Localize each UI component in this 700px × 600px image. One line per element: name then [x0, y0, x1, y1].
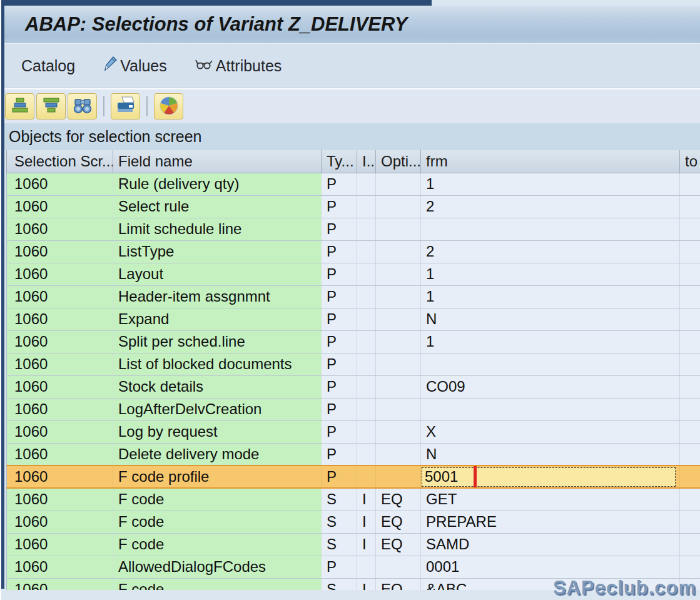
cell-frm[interactable]: N [421, 308, 680, 330]
table-row[interactable]: 1060 F code S I EQ GET [7, 488, 700, 511]
cell-type[interactable]: P [322, 375, 357, 398]
cell-option[interactable] [376, 398, 421, 420]
cell-i[interactable] [357, 465, 376, 488]
cell-to[interactable] [680, 556, 700, 578]
table-row[interactable]: 1060 Limit schedule line P [7, 218, 700, 240]
cell-type[interactable]: S [322, 533, 357, 556]
cell-type[interactable]: P [322, 353, 357, 375]
table-row[interactable]: 1060 F code S I EQ SAMD [7, 533, 700, 556]
col-header-type[interactable]: Ty... [322, 150, 357, 173]
print-button[interactable] [111, 93, 140, 119]
cell-to[interactable] [680, 240, 700, 263]
cell-i[interactable]: I [357, 488, 376, 511]
cell-option[interactable] [376, 375, 421, 398]
table-row[interactable]: 1060 Header-item assgnmnt P 1 [7, 285, 700, 308]
sort-descending-button[interactable] [36, 93, 66, 119]
cell-option[interactable] [376, 308, 421, 330]
cell-field-name[interactable]: F code [113, 533, 322, 556]
cell-frm[interactable]: 1 [421, 263, 680, 285]
cell-frm[interactable]: 1 [421, 330, 680, 353]
table-row[interactable]: 1060 Layout P 1 [7, 263, 700, 285]
table-row[interactable]: 1060 Rule (delivery qty) P 1 [7, 173, 700, 195]
cell-frm[interactable]: CO09 [421, 375, 680, 398]
cell-option[interactable] [376, 420, 421, 443]
cell-field-name[interactable]: F code [113, 488, 322, 511]
cell-field-name[interactable]: LogAfterDelvCreation [113, 398, 322, 420]
col-header-field-name[interactable]: Field name [113, 150, 322, 173]
cell-selection-screen[interactable]: 1060 [7, 420, 113, 443]
cell-option[interactable]: EQ [376, 578, 421, 590]
cell-i[interactable] [357, 218, 376, 240]
cell-option[interactable]: EQ [376, 533, 421, 556]
cell-i[interactable] [357, 330, 376, 353]
cell-field-name[interactable]: Header-item assgnmnt [113, 285, 322, 308]
sort-ascending-button[interactable] [5, 93, 34, 119]
cell-i[interactable] [357, 240, 376, 263]
attributes-button[interactable]: Attributes [195, 56, 282, 75]
frm-value-input[interactable] [422, 467, 676, 487]
table-row[interactable]: 1060 ListType P 2 [7, 240, 700, 263]
cell-frm[interactable]: GET [421, 488, 680, 511]
col-header-selection-screen[interactable]: Selection Scr... [7, 150, 113, 173]
table-row[interactable]: 1060 Expand P N [7, 308, 700, 330]
cell-field-name[interactable]: Delete delivery mode [113, 443, 322, 465]
cell-to[interactable] [680, 398, 700, 420]
cell-frm[interactable]: 1 [421, 173, 680, 195]
cell-selection-screen[interactable]: 1060 [7, 533, 113, 556]
col-header-frm[interactable]: frm [421, 150, 680, 173]
cell-selection-screen[interactable]: 1060 [7, 218, 113, 240]
cell-selection-screen[interactable]: 1060 [7, 173, 113, 195]
col-header-i[interactable]: I... [357, 150, 376, 173]
cell-i[interactable] [357, 285, 376, 308]
cell-field-name[interactable]: Select rule [113, 195, 322, 218]
cell-field-name[interactable]: F code [113, 511, 322, 533]
col-header-option[interactable]: Opti... [376, 150, 421, 173]
cell-frm[interactable]: X [421, 420, 680, 443]
cell-selection-screen[interactable]: 1060 [7, 488, 113, 511]
cell-frm[interactable]: 2 [421, 240, 680, 263]
cell-i[interactable] [357, 173, 376, 195]
cell-to[interactable] [680, 330, 700, 353]
table-row[interactable]: 1060 List of blocked documents P [7, 353, 700, 375]
cell-to[interactable] [680, 353, 700, 375]
table-row[interactable]: 1060 F code profile P [7, 465, 700, 488]
cell-field-name[interactable]: Split per sched.line [113, 330, 322, 353]
cell-to[interactable] [680, 420, 700, 443]
cell-option[interactable] [376, 240, 421, 263]
cell-frm[interactable]: 2 [421, 195, 680, 218]
cell-to[interactable] [680, 488, 700, 511]
cell-type[interactable]: S [322, 488, 357, 511]
cell-option[interactable]: EQ [376, 488, 421, 511]
cell-selection-screen[interactable]: 1060 [7, 330, 113, 353]
cell-i[interactable] [357, 195, 376, 218]
cell-to[interactable] [680, 195, 700, 218]
table-row[interactable]: 1060 AllowedDialogFCodes P 0001 [7, 556, 700, 578]
cell-type[interactable]: P [322, 556, 357, 578]
cell-i[interactable]: I [357, 511, 376, 533]
cell-selection-screen[interactable]: 1060 [7, 398, 113, 420]
cell-type[interactable]: S [322, 511, 357, 533]
cell-selection-screen[interactable]: 1060 [7, 465, 113, 488]
cell-frm[interactable] [421, 353, 680, 375]
cell-type[interactable]: P [322, 285, 357, 308]
table-row[interactable]: 1060 Delete delivery mode P N [7, 443, 700, 465]
cell-type[interactable]: P [322, 330, 357, 353]
cell-field-name[interactable]: Stock details [113, 375, 322, 398]
cell-i[interactable] [357, 353, 376, 375]
cell-type[interactable]: P [322, 195, 357, 218]
cell-selection-screen[interactable]: 1060 [7, 353, 113, 375]
cell-option[interactable] [376, 556, 421, 578]
find-button[interactable] [68, 93, 97, 119]
cell-frm[interactable] [421, 218, 680, 240]
table-row[interactable]: 1060 Stock details P CO09 [7, 375, 700, 398]
catalog-button[interactable]: Catalog [21, 57, 75, 75]
table-row[interactable]: 1060 Split per sched.line P 1 [7, 330, 700, 353]
cell-option[interactable] [376, 353, 421, 375]
cell-i[interactable] [357, 308, 376, 330]
cell-frm[interactable]: 1 [421, 285, 680, 308]
cell-to[interactable] [680, 285, 700, 308]
cell-to[interactable] [680, 443, 700, 465]
cell-i[interactable]: I [357, 578, 376, 590]
cell-type[interactable]: P [322, 420, 357, 443]
cell-selection-screen[interactable]: 1060 [7, 443, 113, 465]
